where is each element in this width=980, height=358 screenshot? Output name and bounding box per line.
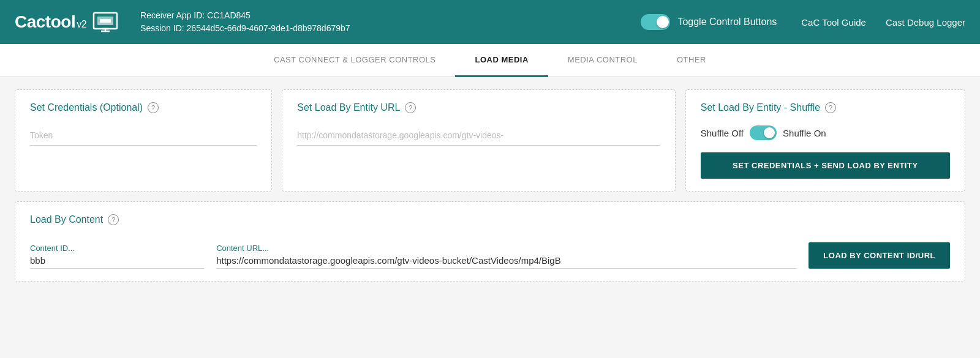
content-url-value: https://commondatastorage.googleapis.com…: [216, 255, 796, 269]
content-id-value: bbb: [30, 255, 204, 269]
entity-url-title: Set Load By Entity URL ?: [297, 102, 660, 113]
credentials-help-icon[interactable]: ?: [148, 102, 159, 113]
shuffle-card: Set Load By Entity - Shuffle ? Shuffle O…: [685, 89, 965, 192]
set-credentials-send-load-button[interactable]: SET CREDENTIALS + SEND LOAD BY ENTITY: [701, 152, 950, 179]
credentials-title: Set Credentials (Optional) ?: [30, 102, 257, 113]
tab-media-control[interactable]: MEDIA CONTROL: [548, 44, 657, 77]
load-content-button[interactable]: LOAD BY CONTENT ID/URL: [809, 242, 950, 269]
shuffle-help-icon[interactable]: ?: [825, 102, 836, 113]
shuffle-title: Set Load By Entity - Shuffle ?: [701, 102, 950, 113]
cards-row-2: Load By Content ? Content ID... bbb Cont…: [15, 201, 965, 282]
entity-url-help-icon[interactable]: ?: [405, 102, 416, 113]
content-url-section: Content URL... https://commondatastorage…: [216, 244, 796, 269]
tab-cast-connect[interactable]: CAST CONNECT & LOGGER CONTROLS: [254, 44, 455, 77]
content-id-label: Content ID...: [30, 244, 204, 253]
shuffle-off-label: Shuffle Off: [701, 128, 744, 138]
load-content-help-icon[interactable]: ?: [108, 214, 119, 225]
shuffle-toggle-row: Shuffle Off Shuffle On: [701, 125, 950, 140]
tab-load-media[interactable]: LOAD MEDIA: [455, 44, 548, 77]
app-header: Cactoolv2 Receiver App ID: CC1AD845 Sess…: [0, 0, 980, 44]
logo-text: Cactoolv2: [15, 12, 86, 32]
main-content: Set Credentials (Optional) ? Set Load By…: [0, 77, 980, 304]
header-info: Receiver App ID: CC1AD845 Session ID: 26…: [140, 9, 641, 35]
logo-section: Cactoolv2: [15, 8, 128, 36]
logo-name: Cactool: [15, 12, 75, 31]
load-content-title-text: Load By Content: [30, 214, 103, 225]
cast-icon: [92, 8, 118, 36]
tabs-bar: CAST CONNECT & LOGGER CONTROLS LOAD MEDI…: [0, 44, 980, 77]
load-content-row: Content ID... bbb Content URL... https:/…: [30, 242, 950, 269]
cac-tool-guide-link[interactable]: CaC Tool Guide: [801, 17, 866, 28]
shuffle-on-label: Shuffle On: [783, 128, 826, 138]
content-id-section: Content ID... bbb: [30, 244, 204, 269]
entity-url-title-text: Set Load By Entity URL: [297, 102, 400, 113]
credentials-card: Set Credentials (Optional) ?: [15, 89, 272, 192]
session-id: Session ID: 26544d5c-66d9-4607-9de1-d8b9…: [140, 22, 641, 35]
header-links: CaC Tool Guide Cast Debug Logger: [801, 17, 965, 28]
toggle-label: Toggle Control Buttons: [677, 17, 777, 28]
load-content-card: Load By Content ? Content ID... bbb Cont…: [15, 201, 965, 282]
cards-row-1: Set Credentials (Optional) ? Set Load By…: [15, 89, 965, 192]
shuffle-title-text: Set Load By Entity - Shuffle: [701, 102, 820, 113]
entity-url-card: Set Load By Entity URL ?: [282, 89, 675, 192]
entity-url-input[interactable]: [297, 125, 660, 146]
receiver-app-id: Receiver App ID: CC1AD845: [140, 9, 641, 22]
logo-version: v2: [77, 19, 86, 29]
toggle-section: Toggle Control Buttons: [641, 14, 777, 30]
cast-debug-logger-link[interactable]: Cast Debug Logger: [886, 17, 965, 28]
svg-rect-2: [100, 19, 111, 23]
credentials-title-text: Set Credentials (Optional): [30, 102, 143, 113]
token-input[interactable]: [30, 125, 257, 146]
tab-other[interactable]: OTHER: [657, 44, 726, 77]
shuffle-toggle[interactable]: [750, 125, 777, 140]
content-url-label: Content URL...: [216, 244, 796, 253]
toggle-control-buttons[interactable]: [641, 14, 670, 30]
load-content-title: Load By Content ?: [30, 214, 950, 225]
